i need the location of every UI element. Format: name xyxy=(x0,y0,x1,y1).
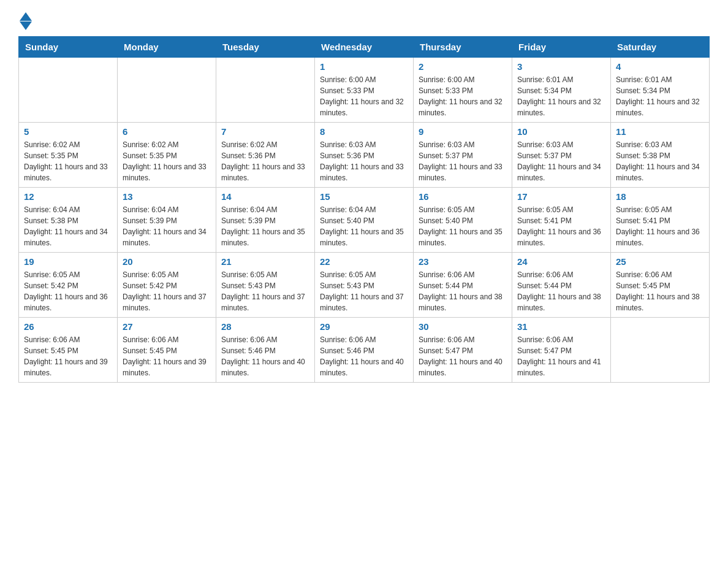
calendar-cell: 17Sunrise: 6:05 AM Sunset: 5:41 PM Dayli… xyxy=(512,188,611,253)
day-info: Sunrise: 6:06 AM Sunset: 5:45 PM Dayligh… xyxy=(616,269,704,313)
calendar-cell: 14Sunrise: 6:04 AM Sunset: 5:39 PM Dayli… xyxy=(216,188,315,253)
calendar-cell: 21Sunrise: 6:05 AM Sunset: 5:43 PM Dayli… xyxy=(216,253,315,318)
day-info: Sunrise: 6:04 AM Sunset: 5:40 PM Dayligh… xyxy=(320,204,408,248)
day-info: Sunrise: 6:05 AM Sunset: 5:41 PM Dayligh… xyxy=(517,204,605,248)
calendar-cell xyxy=(216,58,315,123)
day-number: 4 xyxy=(616,61,704,72)
day-number: 9 xyxy=(419,126,507,137)
calendar-cell: 29Sunrise: 6:06 AM Sunset: 5:46 PM Dayli… xyxy=(315,318,414,383)
calendar-cell: 2Sunrise: 6:00 AM Sunset: 5:33 PM Daylig… xyxy=(414,58,512,123)
day-number: 28 xyxy=(221,321,309,332)
calendar-cell: 12Sunrise: 6:04 AM Sunset: 5:38 PM Dayli… xyxy=(19,188,118,253)
day-number: 20 xyxy=(123,256,211,267)
day-info: Sunrise: 6:03 AM Sunset: 5:37 PM Dayligh… xyxy=(419,139,507,183)
day-info: Sunrise: 6:06 AM Sunset: 5:44 PM Dayligh… xyxy=(419,269,507,313)
calendar-cell: 23Sunrise: 6:06 AM Sunset: 5:44 PM Dayli… xyxy=(414,253,512,318)
day-number: 22 xyxy=(320,256,408,267)
day-info: Sunrise: 6:04 AM Sunset: 5:39 PM Dayligh… xyxy=(221,204,309,248)
day-number: 29 xyxy=(320,321,408,332)
day-info: Sunrise: 6:04 AM Sunset: 5:38 PM Dayligh… xyxy=(24,204,112,248)
weekday-header-wednesday: Wednesday xyxy=(315,37,414,58)
day-info: Sunrise: 6:03 AM Sunset: 5:36 PM Dayligh… xyxy=(320,139,408,183)
day-info: Sunrise: 6:01 AM Sunset: 5:34 PM Dayligh… xyxy=(616,74,704,118)
calendar-cell: 20Sunrise: 6:05 AM Sunset: 5:42 PM Dayli… xyxy=(118,253,216,318)
day-info: Sunrise: 6:06 AM Sunset: 5:44 PM Dayligh… xyxy=(517,269,605,313)
day-number: 16 xyxy=(419,191,507,202)
calendar-cell: 18Sunrise: 6:05 AM Sunset: 5:41 PM Dayli… xyxy=(611,188,710,253)
day-info: Sunrise: 6:05 AM Sunset: 5:43 PM Dayligh… xyxy=(221,269,309,313)
calendar-cell: 30Sunrise: 6:06 AM Sunset: 5:47 PM Dayli… xyxy=(414,318,512,383)
day-number: 25 xyxy=(616,256,704,267)
calendar-cell: 1Sunrise: 6:00 AM Sunset: 5:33 PM Daylig… xyxy=(315,58,414,123)
weekday-header-row: SundayMondayTuesdayWednesdayThursdayFrid… xyxy=(19,37,710,58)
day-info: Sunrise: 6:06 AM Sunset: 5:45 PM Dayligh… xyxy=(24,334,112,378)
calendar-cell: 19Sunrise: 6:05 AM Sunset: 5:42 PM Dayli… xyxy=(19,253,118,318)
day-number: 30 xyxy=(419,321,507,332)
logo xyxy=(18,12,32,30)
day-number: 13 xyxy=(123,191,211,202)
day-info: Sunrise: 6:00 AM Sunset: 5:33 PM Dayligh… xyxy=(320,74,408,118)
day-number: 17 xyxy=(517,191,605,202)
calendar-cell: 7Sunrise: 6:02 AM Sunset: 5:36 PM Daylig… xyxy=(216,123,315,188)
day-number: 11 xyxy=(616,126,704,137)
day-number: 12 xyxy=(24,191,112,202)
calendar-cell: 28Sunrise: 6:06 AM Sunset: 5:46 PM Dayli… xyxy=(216,318,315,383)
weekday-header-thursday: Thursday xyxy=(414,37,512,58)
calendar-cell xyxy=(118,58,216,123)
calendar-cell: 8Sunrise: 6:03 AM Sunset: 5:36 PM Daylig… xyxy=(315,123,414,188)
day-number: 21 xyxy=(221,256,309,267)
day-number: 1 xyxy=(320,61,408,72)
day-info: Sunrise: 6:01 AM Sunset: 5:34 PM Dayligh… xyxy=(517,74,605,118)
day-number: 26 xyxy=(24,321,112,332)
calendar-cell xyxy=(19,58,118,123)
calendar-cell: 27Sunrise: 6:06 AM Sunset: 5:45 PM Dayli… xyxy=(118,318,216,383)
calendar-cell: 16Sunrise: 6:05 AM Sunset: 5:40 PM Dayli… xyxy=(414,188,512,253)
calendar-cell xyxy=(611,318,710,383)
calendar-week-3: 12Sunrise: 6:04 AM Sunset: 5:38 PM Dayli… xyxy=(19,188,710,253)
calendar-cell: 15Sunrise: 6:04 AM Sunset: 5:40 PM Dayli… xyxy=(315,188,414,253)
day-number: 18 xyxy=(616,191,704,202)
calendar-cell: 6Sunrise: 6:02 AM Sunset: 5:35 PM Daylig… xyxy=(118,123,216,188)
calendar-cell: 10Sunrise: 6:03 AM Sunset: 5:37 PM Dayli… xyxy=(512,123,611,188)
day-info: Sunrise: 6:05 AM Sunset: 5:42 PM Dayligh… xyxy=(123,269,211,313)
calendar-cell: 26Sunrise: 6:06 AM Sunset: 5:45 PM Dayli… xyxy=(19,318,118,383)
weekday-header-monday: Monday xyxy=(118,37,216,58)
day-number: 8 xyxy=(320,126,408,137)
calendar-cell: 3Sunrise: 6:01 AM Sunset: 5:34 PM Daylig… xyxy=(512,58,611,123)
calendar-week-4: 19Sunrise: 6:05 AM Sunset: 5:42 PM Dayli… xyxy=(19,253,710,318)
day-info: Sunrise: 6:02 AM Sunset: 5:35 PM Dayligh… xyxy=(24,139,112,183)
day-number: 31 xyxy=(517,321,605,332)
day-number: 5 xyxy=(24,126,112,137)
day-info: Sunrise: 6:05 AM Sunset: 5:41 PM Dayligh… xyxy=(616,204,704,248)
calendar-cell: 9Sunrise: 6:03 AM Sunset: 5:37 PM Daylig… xyxy=(414,123,512,188)
day-number: 7 xyxy=(221,126,309,137)
weekday-header-tuesday: Tuesday xyxy=(216,37,315,58)
day-info: Sunrise: 6:05 AM Sunset: 5:40 PM Dayligh… xyxy=(419,204,507,248)
day-info: Sunrise: 6:02 AM Sunset: 5:35 PM Dayligh… xyxy=(123,139,211,183)
calendar-cell: 22Sunrise: 6:05 AM Sunset: 5:43 PM Dayli… xyxy=(315,253,414,318)
calendar-week-2: 5Sunrise: 6:02 AM Sunset: 5:35 PM Daylig… xyxy=(19,123,710,188)
calendar-cell: 11Sunrise: 6:03 AM Sunset: 5:38 PM Dayli… xyxy=(611,123,710,188)
weekday-header-sunday: Sunday xyxy=(19,37,118,58)
day-info: Sunrise: 6:06 AM Sunset: 5:47 PM Dayligh… xyxy=(517,334,605,378)
calendar-cell: 24Sunrise: 6:06 AM Sunset: 5:44 PM Dayli… xyxy=(512,253,611,318)
day-number: 10 xyxy=(517,126,605,137)
day-number: 6 xyxy=(123,126,211,137)
day-info: Sunrise: 6:03 AM Sunset: 5:38 PM Dayligh… xyxy=(616,139,704,183)
day-number: 24 xyxy=(517,256,605,267)
calendar-cell: 5Sunrise: 6:02 AM Sunset: 5:35 PM Daylig… xyxy=(19,123,118,188)
weekday-header-saturday: Saturday xyxy=(611,37,710,58)
day-info: Sunrise: 6:00 AM Sunset: 5:33 PM Dayligh… xyxy=(419,74,507,118)
calendar-cell: 4Sunrise: 6:01 AM Sunset: 5:34 PM Daylig… xyxy=(611,58,710,123)
day-info: Sunrise: 6:03 AM Sunset: 5:37 PM Dayligh… xyxy=(517,139,605,183)
calendar: SundayMondayTuesdayWednesdayThursdayFrid… xyxy=(18,36,710,383)
weekday-header-friday: Friday xyxy=(512,37,611,58)
calendar-cell: 25Sunrise: 6:06 AM Sunset: 5:45 PM Dayli… xyxy=(611,253,710,318)
day-info: Sunrise: 6:06 AM Sunset: 5:46 PM Dayligh… xyxy=(320,334,408,378)
day-number: 27 xyxy=(123,321,211,332)
day-info: Sunrise: 6:02 AM Sunset: 5:36 PM Dayligh… xyxy=(221,139,309,183)
day-info: Sunrise: 6:04 AM Sunset: 5:39 PM Dayligh… xyxy=(123,204,211,248)
day-info: Sunrise: 6:05 AM Sunset: 5:43 PM Dayligh… xyxy=(320,269,408,313)
calendar-cell: 13Sunrise: 6:04 AM Sunset: 5:39 PM Dayli… xyxy=(118,188,216,253)
day-info: Sunrise: 6:06 AM Sunset: 5:45 PM Dayligh… xyxy=(123,334,211,378)
